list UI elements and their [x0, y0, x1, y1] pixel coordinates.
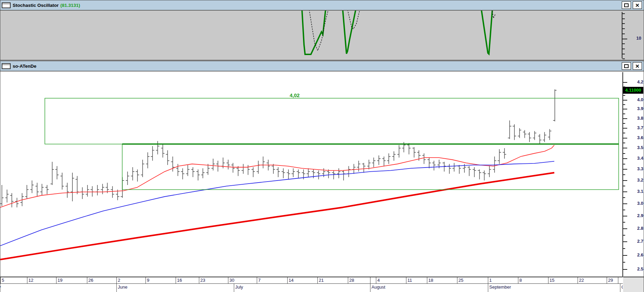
price-axis-label: 2.9: [626, 213, 643, 218]
price-titlebar[interactable]: so-ATenDe ✕: [0, 61, 644, 71]
maximize-button[interactable]: [622, 62, 631, 70]
month-cell: August: [370, 284, 488, 292]
close-icon: ✕: [635, 64, 640, 69]
stochastic-value: (81.3131): [60, 3, 80, 8]
last-price-badge: 4.11000: [623, 87, 643, 94]
month-row: MayJuneJulyAugustSeptemberOctober: [0, 284, 623, 292]
month-label: August: [371, 284, 385, 291]
month-cell: May: [0, 284, 116, 292]
price-axis-minor-tick: [623, 114, 625, 114]
week-cell: 2: [116, 277, 146, 283]
week-cell: 23: [199, 277, 228, 283]
price-axis-minor-tick: [623, 174, 625, 175]
week-cell: 4: [376, 277, 406, 283]
price-axis-label: 3.3: [626, 166, 643, 171]
stochastic-title: Stochastic Oscillator: [13, 3, 59, 8]
month-cell: October: [620, 284, 623, 292]
price-window-title: so-ATenDe: [13, 64, 36, 69]
stochastic-axis-tick: [622, 49, 625, 49]
price-plot-area[interactable]: 4,02 4.24.03.93.83.73.63.53.43.33.23.13.…: [0, 71, 644, 292]
month-label: June: [118, 284, 127, 291]
week-row: 5121926291623307142128411182518152229: [0, 277, 623, 284]
blue-ma: [0, 161, 554, 246]
week-cell: 14: [287, 277, 317, 283]
maximize-button[interactable]: [622, 1, 631, 9]
price-axis-minor-tick: [623, 248, 625, 249]
week-cell: 29: [607, 277, 618, 283]
price-axis-label: 3.9: [626, 106, 643, 111]
stochastic-curves: [0, 11, 644, 60]
stochastic-axis-tick: [622, 18, 625, 19]
price-axis-minor-tick: [623, 222, 625, 223]
maximize-icon: [624, 64, 629, 68]
week-cell: 7: [257, 277, 287, 283]
week-cell: 9: [146, 277, 176, 283]
week-cell: 1: [488, 277, 518, 283]
week-cell: 25: [457, 277, 488, 283]
stochastic-axis-tick: [622, 58, 625, 59]
price-axis-label: 2.6: [626, 252, 643, 257]
week-cell: 12: [27, 277, 56, 283]
fast-ma-red: [0, 145, 554, 207]
close-button[interactable]: ✕: [633, 1, 642, 9]
price-axis-label: 2.8: [626, 226, 643, 231]
price-axis-minor-tick: [623, 123, 625, 124]
month-label: October: [621, 284, 623, 291]
price-axis-minor-tick: [623, 197, 625, 198]
month-label: July: [235, 284, 243, 291]
stochastic-axis-tick: [622, 43, 625, 44]
month-label: September: [489, 284, 511, 291]
month-cell: July: [234, 284, 370, 292]
price-axis-minor-tick: [623, 143, 625, 143]
stoch-main: [302, 11, 326, 54]
trade-zone-2: [122, 144, 619, 189]
stochastic-axis-tick: [622, 23, 625, 24]
window-icon: [2, 2, 11, 8]
price-window: so-ATenDe ✕ 4,02 4.24.03.93.83.73.63.53.…: [0, 61, 644, 292]
week-cell: 22: [578, 277, 607, 283]
maximize-icon: [624, 3, 629, 7]
zone-price-label: 4,02: [290, 92, 300, 98]
stochastic-axis-tick: [622, 54, 625, 54]
trade-zone-1: [45, 98, 619, 144]
stochastic-titlebar[interactable]: Stochastic Oscillator (81.3131) ✕: [0, 0, 644, 10]
week-cell: 15: [548, 277, 578, 283]
price-axis-label: 3.2: [626, 177, 643, 183]
week-cell: 18: [427, 277, 457, 283]
price-axis-minor-tick: [623, 262, 625, 263]
stochastic-axis-tick: [622, 34, 625, 34]
price-axis-label: 3.1: [626, 189, 643, 194]
price-axis-minor-tick: [623, 104, 625, 105]
axis-corner-filler: [623, 277, 644, 292]
close-button[interactable]: ✕: [633, 62, 642, 70]
stoch-main: [481, 11, 492, 54]
slow-ma-red: [0, 173, 554, 260]
price-series: [0, 71, 644, 292]
week-cell: 8: [518, 277, 548, 283]
week-cell: 28: [348, 277, 370, 283]
price-axis-minor-tick: [623, 133, 625, 133]
price-axis-label: 4.0: [626, 97, 643, 102]
charting-app: Stochastic Oscillator (81.3131) ✕ 10 so-…: [0, 0, 644, 292]
price-axis-minor-tick: [623, 235, 625, 236]
price-axis-label: 2.7: [626, 239, 643, 244]
price-axis-minor-tick: [623, 164, 625, 164]
price-axis-minor-tick: [623, 153, 625, 154]
stochastic-plot-area[interactable]: 10: [0, 10, 644, 61]
week-cell: [618, 277, 623, 283]
price-axis-label: 3.4: [626, 156, 643, 161]
price-axis-label: 3.0: [626, 201, 643, 206]
week-cell: 19: [56, 277, 87, 283]
week-cell: 21: [317, 277, 348, 283]
date-axis: 5121926291623307142128411182518152229 Ma…: [0, 277, 644, 292]
price-axis-minor-tick: [623, 210, 625, 210]
window-icon: [2, 63, 11, 69]
week-cell: 5: [0, 277, 27, 283]
price-axis-minor-tick: [623, 186, 625, 186]
stochastic-window: Stochastic Oscillator (81.3131) ✕ 10: [0, 0, 644, 61]
week-cell: 30: [228, 277, 257, 283]
month-label: May: [0, 284, 1, 291]
price-axis-minor-tick: [623, 95, 625, 96]
stochastic-axis-tick: [622, 13, 625, 14]
stochastic-axis-label: 10: [625, 36, 641, 41]
